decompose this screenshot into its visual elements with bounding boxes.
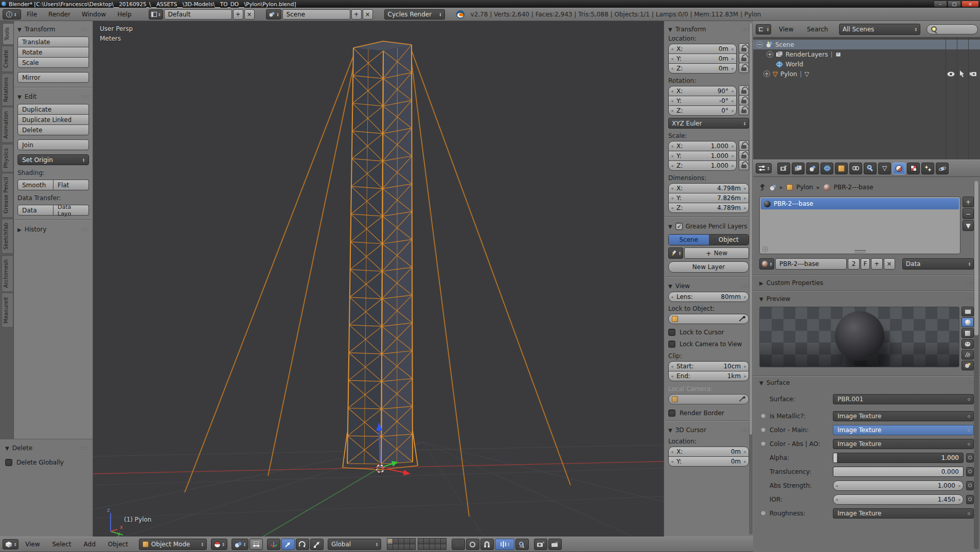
outliner-search-input[interactable] bbox=[926, 24, 978, 34]
tab-create[interactable]: Create bbox=[2, 46, 13, 72]
ior-field[interactable]: ◂1.450▸ bbox=[833, 494, 964, 505]
preview-world-sphere-button[interactable] bbox=[961, 361, 974, 370]
translate-button[interactable]: Translate bbox=[17, 37, 89, 47]
delete-button[interactable]: Delete bbox=[17, 124, 89, 135]
pivot-point-select[interactable]: ▴▾ bbox=[231, 539, 248, 550]
color-main-select[interactable]: Image Texture bbox=[833, 425, 974, 435]
menu-window[interactable]: Window bbox=[76, 8, 112, 21]
menu-help[interactable]: Help bbox=[112, 8, 137, 21]
lock-location-y-button[interactable] bbox=[739, 53, 749, 63]
lock-to-object-field[interactable] bbox=[668, 314, 749, 324]
panel-grip-icon[interactable]: ∷∷ bbox=[80, 446, 87, 451]
color-abs-ao-select[interactable]: Image Texture bbox=[833, 439, 974, 449]
custom-properties-header[interactable]: ▶ Custom Properties ∷∷ bbox=[759, 277, 974, 289]
tab-world[interactable] bbox=[821, 163, 833, 174]
panel-grip-icon[interactable]: ∷∷ bbox=[741, 283, 749, 289]
preview-flat-button[interactable] bbox=[961, 307, 974, 316]
tab-grease-pencil[interactable]: Grease Pencil bbox=[2, 173, 13, 218]
editor-type-outliner-button[interactable]: ▴▾ bbox=[756, 24, 771, 34]
panel-grip-icon[interactable]: ∷∷ bbox=[966, 380, 974, 386]
expand-socket-icon[interactable]: ⊕ bbox=[759, 440, 767, 447]
collapse-icon[interactable]: − bbox=[756, 41, 763, 48]
eyedropper-icon[interactable] bbox=[739, 396, 745, 402]
manipulator-rotate-button[interactable] bbox=[296, 539, 309, 550]
material-users-button[interactable]: 2 bbox=[848, 258, 859, 270]
lock-scale-x-button[interactable] bbox=[739, 140, 749, 151]
expand-socket-icon[interactable]: ⊕ bbox=[759, 510, 767, 517]
screen-layout-name-field[interactable]: Default bbox=[164, 9, 232, 20]
snap-target-button[interactable] bbox=[515, 539, 529, 550]
outliner-menu-view[interactable]: View bbox=[773, 23, 799, 35]
lock-location-z-button[interactable] bbox=[739, 63, 749, 73]
tab-particles[interactable] bbox=[921, 163, 934, 174]
tab-archimesh[interactable]: Archimesh bbox=[2, 255, 13, 292]
animate-dot-button[interactable] bbox=[966, 453, 974, 462]
pylon-model[interactable] bbox=[343, 41, 418, 470]
grease-pencil-checkbox[interactable] bbox=[675, 223, 683, 230]
breadcrumb-material[interactable]: PBR-2---base bbox=[834, 184, 874, 191]
lens-field[interactable]: ◂Lens:80mm▸ bbox=[668, 292, 749, 302]
data-transfer-data-button[interactable]: Data bbox=[17, 205, 54, 216]
expand-icon[interactable]: + bbox=[763, 70, 770, 77]
cursor-y-field[interactable]: ◂Y:0m▸ bbox=[668, 456, 749, 467]
snap-element-select[interactable]: ▴▾ bbox=[495, 539, 514, 550]
scene-browse-button[interactable]: ▴▾ bbox=[266, 9, 281, 20]
shade-flat-button[interactable]: Flat bbox=[54, 180, 89, 190]
rotation-z-field[interactable]: ◂Z:0°▸ bbox=[668, 105, 737, 116]
translucency-slider[interactable]: 0.000 bbox=[833, 467, 964, 477]
preview-hair-button[interactable] bbox=[961, 350, 974, 360]
browse-material-button[interactable]: ▴▾ bbox=[759, 258, 774, 270]
viewport-shading-select[interactable]: ▴▾ bbox=[211, 539, 227, 550]
renderability-camera-icon[interactable] bbox=[970, 71, 977, 77]
maximize-button[interactable]: □ bbox=[948, 1, 961, 7]
tab-object[interactable] bbox=[835, 163, 848, 174]
surface-shader-select[interactable]: PBR.001 bbox=[833, 394, 974, 404]
local-camera-field[interactable] bbox=[668, 394, 749, 404]
lock-rotation-x-button[interactable] bbox=[739, 85, 749, 96]
lock-scale-z-button[interactable] bbox=[739, 160, 749, 170]
scale-z-field[interactable]: ◂Z:1.000▸ bbox=[668, 161, 737, 171]
properties-scrollbar[interactable] bbox=[974, 181, 979, 549]
dimensions-y-field[interactable]: ◂Y:7.826m▸ bbox=[668, 193, 749, 203]
surface-panel-header[interactable]: ▼ Surface ∷∷ bbox=[759, 377, 974, 388]
set-origin-menu[interactable]: Set Origin ▴▾ bbox=[17, 154, 89, 165]
viewport-canvas[interactable]: z y x bbox=[93, 21, 664, 537]
lock-to-scene-toggle[interactable] bbox=[452, 539, 465, 550]
gp-object-tab[interactable]: Object bbox=[709, 235, 749, 245]
delete-scene-button[interactable]: × bbox=[363, 9, 373, 20]
editor-type-properties-button[interactable]: ▴▾ bbox=[756, 163, 772, 173]
menu-file[interactable]: File bbox=[21, 8, 43, 21]
lock-to-cursor-checkbox[interactable] bbox=[668, 329, 675, 336]
duplicate-button[interactable]: Duplicate bbox=[17, 104, 89, 115]
lock-rotation-z-button[interactable] bbox=[739, 105, 749, 115]
location-y-field[interactable]: ◂Y:0m▸ bbox=[668, 54, 737, 64]
manipulator-toggle[interactable] bbox=[267, 539, 280, 550]
tab-object-data[interactable]: ▽ bbox=[878, 163, 891, 174]
scene-name-field[interactable]: Scene bbox=[282, 9, 350, 20]
proportional-edit-select[interactable] bbox=[466, 539, 479, 550]
animate-dot-button[interactable] bbox=[966, 495, 974, 504]
npanel-scrollbar[interactable] bbox=[749, 23, 753, 535]
manipulator-scale-button[interactable] bbox=[310, 539, 324, 550]
manipulator-translate-button[interactable] bbox=[281, 539, 295, 550]
tab-relations[interactable]: Relations bbox=[2, 73, 13, 106]
lock-rotation-y-button[interactable] bbox=[739, 95, 749, 105]
menu-render[interactable]: Render bbox=[43, 8, 76, 21]
tab-render[interactable] bbox=[777, 163, 790, 174]
mode-select[interactable]: Object Mode ▴▾ bbox=[139, 539, 207, 550]
selectability-arrow-icon[interactable] bbox=[959, 70, 965, 77]
preview-cube-button[interactable] bbox=[961, 328, 974, 338]
location-z-field[interactable]: ◂Z:0m▸ bbox=[668, 63, 737, 74]
roughness-select[interactable]: Image Texture bbox=[833, 508, 974, 519]
snap-toggle[interactable] bbox=[480, 539, 494, 550]
add-screen-layout-button[interactable]: + bbox=[233, 9, 243, 20]
panel-history-header[interactable]: ▶ History ∷∷ bbox=[17, 224, 89, 235]
panel-grip-icon[interactable]: ∷∷ bbox=[966, 296, 974, 302]
rotate-button[interactable]: Rotate bbox=[17, 47, 89, 58]
panel-transform-header[interactable]: ▼ Transform ∷∷ bbox=[17, 24, 89, 35]
scale-x-field[interactable]: ◂X:1.000▸ bbox=[668, 141, 737, 151]
pin-icon[interactable] bbox=[759, 184, 765, 191]
delete-globally-checkbox[interactable] bbox=[5, 459, 12, 466]
preview-monkey-button[interactable] bbox=[961, 339, 974, 349]
menu-view[interactable]: View bbox=[20, 538, 45, 550]
